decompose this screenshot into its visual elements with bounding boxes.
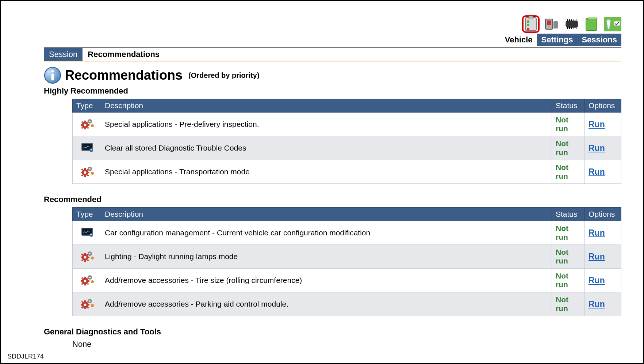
options-cell: Run bbox=[585, 160, 621, 184]
green-box-icon[interactable] bbox=[583, 15, 601, 33]
svg-point-37 bbox=[89, 121, 91, 122]
svg-rect-19 bbox=[586, 19, 597, 30]
tab-sessions[interactable]: Sessions bbox=[577, 34, 621, 46]
svg-rect-74 bbox=[84, 284, 86, 285]
svg-rect-47 bbox=[88, 172, 89, 173]
col-type: Type bbox=[73, 208, 101, 221]
svg-rect-31 bbox=[88, 124, 89, 126]
top-area: Vehicle Settings Sessions bbox=[44, 15, 621, 46]
subtab-recommendations[interactable]: Recommendations bbox=[83, 48, 165, 61]
module-icon[interactable] bbox=[563, 15, 580, 33]
svg-rect-6 bbox=[547, 20, 551, 25]
status-cell: Not run bbox=[552, 136, 585, 160]
svg-rect-89 bbox=[88, 304, 89, 306]
col-status: Status bbox=[552, 208, 585, 221]
settings-icon[interactable] bbox=[543, 15, 560, 33]
divider bbox=[44, 47, 621, 48]
section-recommended-label: Recommended bbox=[44, 195, 621, 204]
col-options: Options bbox=[585, 99, 621, 113]
options-cell: Run bbox=[585, 221, 621, 245]
svg-point-95 bbox=[89, 300, 91, 302]
svg-rect-30 bbox=[81, 124, 83, 126]
svg-rect-7 bbox=[553, 21, 558, 29]
tab-settings[interactable]: Settings bbox=[537, 34, 578, 46]
svg-rect-75 bbox=[81, 280, 83, 282]
run-link[interactable]: Run bbox=[589, 167, 605, 177]
svg-rect-29 bbox=[84, 128, 86, 129]
svg-point-83 bbox=[91, 280, 94, 283]
top-tabs: Vehicle Settings Sessions bbox=[501, 34, 621, 46]
svg-point-53 bbox=[89, 168, 91, 170]
gear-icon bbox=[73, 160, 101, 184]
run-link[interactable]: Run bbox=[589, 276, 605, 285]
run-link[interactable]: Run bbox=[589, 252, 605, 261]
highly-recommended-table: Type Description Status Options Special … bbox=[72, 99, 621, 184]
status-cell: Not run bbox=[552, 292, 585, 316]
col-description: Description bbox=[101, 208, 552, 221]
description-cell: Clear all stored Diagnostic Trouble Code… bbox=[101, 136, 552, 160]
screen-icon bbox=[73, 221, 101, 245]
svg-rect-44 bbox=[84, 168, 86, 170]
recommended-table: Type Description Status Options Car conf… bbox=[72, 207, 621, 316]
svg-rect-25 bbox=[51, 74, 54, 80]
svg-point-72 bbox=[84, 280, 86, 282]
sessions-icon[interactable] bbox=[604, 15, 621, 33]
svg-rect-88 bbox=[81, 304, 83, 306]
screen-icon bbox=[73, 136, 101, 160]
col-description: Description bbox=[101, 99, 552, 113]
svg-rect-21 bbox=[607, 19, 610, 20]
col-status: Status bbox=[552, 99, 585, 113]
tab-vehicle[interactable]: Vehicle bbox=[501, 34, 537, 46]
svg-point-24 bbox=[51, 70, 54, 73]
description-cell: Car configuration management - Current v… bbox=[101, 221, 552, 245]
footer-code: SDDJLR174 bbox=[7, 353, 44, 360]
run-link[interactable]: Run bbox=[589, 299, 605, 309]
page-header: Recommendations (Ordered by priority) bbox=[44, 67, 621, 84]
status-cell: Not run bbox=[552, 245, 585, 269]
description-cell: Special applications - Transportation mo… bbox=[101, 160, 552, 184]
gear-icon bbox=[73, 269, 101, 292]
description-cell: Lighting - Daylight running lamps mode bbox=[101, 245, 552, 269]
run-link[interactable]: Run bbox=[589, 120, 605, 129]
svg-rect-45 bbox=[84, 175, 86, 177]
options-cell: Run bbox=[585, 292, 621, 316]
svg-rect-28 bbox=[84, 121, 86, 122]
section-highly-recommended-label: Highly Recommended bbox=[44, 86, 621, 96]
page-subtitle: (Ordered by priority) bbox=[188, 71, 259, 80]
subtab-session[interactable]: Session bbox=[44, 48, 83, 61]
svg-rect-86 bbox=[84, 300, 86, 302]
vehicle-icon[interactable] bbox=[522, 15, 540, 33]
general-diag-none: None bbox=[72, 340, 621, 349]
svg-rect-22 bbox=[614, 21, 620, 26]
options-cell: Run bbox=[585, 136, 621, 160]
svg-rect-87 bbox=[84, 307, 86, 309]
table-row: Add/remove accessories - Tire size (roll… bbox=[73, 269, 621, 292]
description-cell: Add/remove accessories - Parking aid con… bbox=[101, 292, 552, 316]
svg-point-70 bbox=[91, 257, 94, 259]
svg-rect-8 bbox=[566, 21, 578, 27]
svg-point-69 bbox=[89, 253, 91, 254]
top-toolbar-group: Vehicle Settings Sessions bbox=[501, 15, 621, 46]
run-link[interactable]: Run bbox=[589, 228, 605, 238]
svg-rect-60 bbox=[84, 253, 86, 255]
svg-rect-4 bbox=[527, 28, 529, 30]
svg-point-54 bbox=[91, 172, 94, 175]
svg-rect-2 bbox=[527, 20, 529, 23]
col-type: Type bbox=[73, 99, 101, 113]
status-cell: Not run bbox=[552, 160, 585, 184]
svg-rect-61 bbox=[84, 260, 86, 262]
table-row: Add/remove accessories - Parking aid con… bbox=[73, 292, 621, 316]
svg-point-82 bbox=[89, 277, 91, 278]
col-options: Options bbox=[585, 208, 621, 221]
svg-rect-46 bbox=[81, 172, 83, 173]
svg-rect-0 bbox=[525, 18, 536, 31]
options-cell: Run bbox=[585, 113, 621, 136]
svg-point-43 bbox=[84, 171, 86, 174]
svg-rect-62 bbox=[81, 257, 83, 258]
table-row: Car configuration management - Current v… bbox=[73, 221, 621, 245]
page-title: Recommendations bbox=[65, 68, 183, 83]
svg-rect-76 bbox=[88, 280, 89, 282]
options-cell: Run bbox=[585, 245, 621, 269]
svg-point-57 bbox=[89, 233, 93, 237]
run-link[interactable]: Run bbox=[589, 143, 605, 153]
